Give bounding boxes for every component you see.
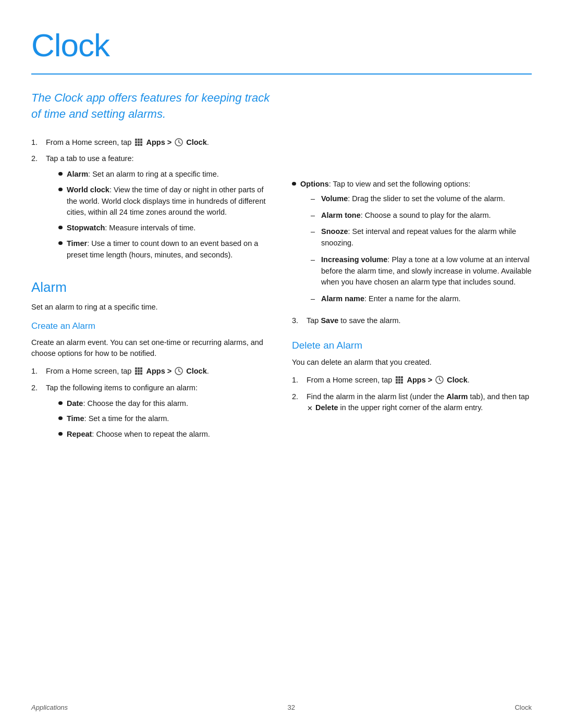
step-num: 2. <box>292 391 302 414</box>
svg-rect-4 <box>138 141 140 143</box>
sub-option-alarm-name: – Alarm name: Enter a name for the alarm… <box>311 293 532 305</box>
svg-rect-24 <box>396 376 398 378</box>
clock-icon <box>175 138 183 146</box>
svg-rect-25 <box>398 376 400 378</box>
two-column-layout: The Clock app offers features for keepin… <box>31 90 532 453</box>
footer-left: Applications <box>31 702 68 713</box>
intro-text: The Clock app offers features for keepin… <box>31 90 271 122</box>
bullet <box>58 432 63 436</box>
step-num: 1. <box>292 375 302 386</box>
options-text: Options: Tap to view and set the followi… <box>300 179 532 310</box>
dash: – <box>311 210 317 221</box>
svg-rect-26 <box>401 376 403 378</box>
feature-stopwatch: Stopwatch: Measure intervals of time. <box>58 223 271 234</box>
svg-rect-1 <box>138 139 140 141</box>
feature-alarm-text: Alarm: Set an alarm to ring at a specifi… <box>67 169 219 180</box>
delete-step-1: 1. From a Home screen, tap <box>292 375 532 386</box>
save-step-content: Tap Save to save the alarm. <box>307 315 401 327</box>
delete-alarm-steps: 1. From a Home screen, tap <box>292 375 532 414</box>
svg-line-35 <box>439 380 441 381</box>
svg-rect-12 <box>135 367 137 369</box>
increasing-volume-text: Increasing volume: Play a tone at a low … <box>321 254 532 288</box>
create-step-1-content: From a Home screen, tap <box>46 366 209 377</box>
alarm-time-text: Time: Set a time for the alarm. <box>67 413 169 425</box>
alarm-body: Set an alarm to ring at a specific time. <box>31 302 271 313</box>
footer-center: 32 <box>288 702 295 713</box>
svg-rect-15 <box>135 370 137 372</box>
page-title: Clock <box>31 21 532 69</box>
snooze-text: Snooze: Set interval and repeat values f… <box>321 226 532 249</box>
feature-stopwatch-text: Stopwatch: Measure intervals of time. <box>67 223 195 234</box>
delete-step-1-content: From a Home screen, tap <box>307 375 470 386</box>
clock-icon-3 <box>435 376 444 384</box>
page-footer: Applications 32 Clock <box>31 702 532 713</box>
svg-rect-32 <box>401 381 403 384</box>
svg-line-23 <box>179 371 180 372</box>
step-num: 1. <box>31 137 42 149</box>
save-step-3: 3. Tap Save to save the alarm. <box>292 315 532 327</box>
dash: – <box>311 226 317 249</box>
create-step-2-content: Tap the following items to configure an … <box>46 382 210 445</box>
svg-rect-19 <box>138 373 140 375</box>
svg-rect-2 <box>140 139 142 141</box>
svg-rect-6 <box>135 144 137 146</box>
svg-rect-13 <box>138 367 140 369</box>
delete-step-2: 2. Find the alarm in the alarm list (und… <box>292 391 532 414</box>
svg-rect-30 <box>396 381 398 384</box>
svg-line-11 <box>179 142 180 143</box>
svg-rect-3 <box>135 141 137 143</box>
svg-rect-14 <box>140 367 142 369</box>
alarm-items-list: Date: Choose the day for this alarm. Tim… <box>46 398 210 440</box>
apps-icon-2 <box>134 367 143 375</box>
sub-options-list: – Volume: Drag the slider to set the vol… <box>300 193 532 305</box>
delete-step-2-content: Find the alarm in the alarm list (under … <box>307 391 532 414</box>
step-num: 2. <box>31 382 42 445</box>
bullet <box>58 226 63 229</box>
dash: – <box>311 193 317 205</box>
create-alarm-body: Create an alarm event. You can set one-t… <box>31 337 271 360</box>
svg-rect-5 <box>140 141 142 143</box>
feature-worldclock: World clock: View the time of day or nig… <box>58 184 271 218</box>
alarm-heading: Alarm <box>31 277 271 298</box>
delete-alarm-heading: Delete an Alarm <box>292 338 532 353</box>
feature-worldclock-text: World clock: View the time of day or nig… <box>67 184 271 218</box>
alarm-item-date: Date: Choose the day for this alarm. <box>58 398 210 410</box>
svg-rect-29 <box>401 379 403 381</box>
alarm-date-text: Date: Choose the day for this alarm. <box>67 398 188 410</box>
clock-label: Clock <box>186 138 207 146</box>
svg-rect-8 <box>140 144 142 146</box>
create-step-2: 2. Tap the following items to configure … <box>31 382 271 445</box>
delete-alarm-body: You can delete an alarm that you created… <box>292 357 532 368</box>
clock-icon-2 <box>175 367 183 375</box>
sub-option-volume: – Volume: Drag the slider to set the vol… <box>311 193 532 205</box>
bullet <box>58 188 63 191</box>
create-alarm-heading: Create an Alarm <box>31 319 271 333</box>
step-num: 3. <box>292 315 302 327</box>
alarm-item-repeat: Repeat: Choose when to repeat the alarm. <box>58 429 210 440</box>
intro-steps: 1. From a Home screen, tap <box>31 137 271 265</box>
apps-label: Apps > <box>146 138 172 146</box>
dash: – <box>311 293 317 305</box>
step-2-content: Tap a tab to use a feature: Alarm: Set a… <box>46 153 271 265</box>
sub-option-tone: – Alarm tone: Choose a sound to play for… <box>311 210 532 221</box>
bullet <box>58 241 63 245</box>
svg-rect-7 <box>138 144 140 146</box>
save-step-list: 3. Tap Save to save the alarm. <box>292 315 532 327</box>
apps-icon <box>134 138 143 146</box>
x-icon: ✕ <box>307 403 313 414</box>
alarm-item-time: Time: Set a time for the alarm. <box>58 413 210 425</box>
title-divider <box>31 73 532 75</box>
bullet <box>58 401 63 405</box>
right-column: Options: Tap to view and set the followi… <box>292 90 532 453</box>
options-item: Options: Tap to view and set the followi… <box>292 179 532 310</box>
volume-text: Volume: Drag the slider to set the volum… <box>321 193 505 205</box>
svg-rect-27 <box>396 379 398 381</box>
svg-rect-0 <box>135 139 137 141</box>
alarm-repeat-text: Repeat: Choose when to repeat the alarm. <box>67 429 210 440</box>
options-list: Options: Tap to view and set the followi… <box>292 179 532 310</box>
svg-rect-17 <box>140 370 142 372</box>
svg-rect-16 <box>138 370 140 372</box>
step-num: 1. <box>31 366 42 377</box>
feature-timer: Timer: Use a timer to count down to an e… <box>58 238 271 261</box>
step-1-content: From a Home screen, tap <box>46 137 209 149</box>
